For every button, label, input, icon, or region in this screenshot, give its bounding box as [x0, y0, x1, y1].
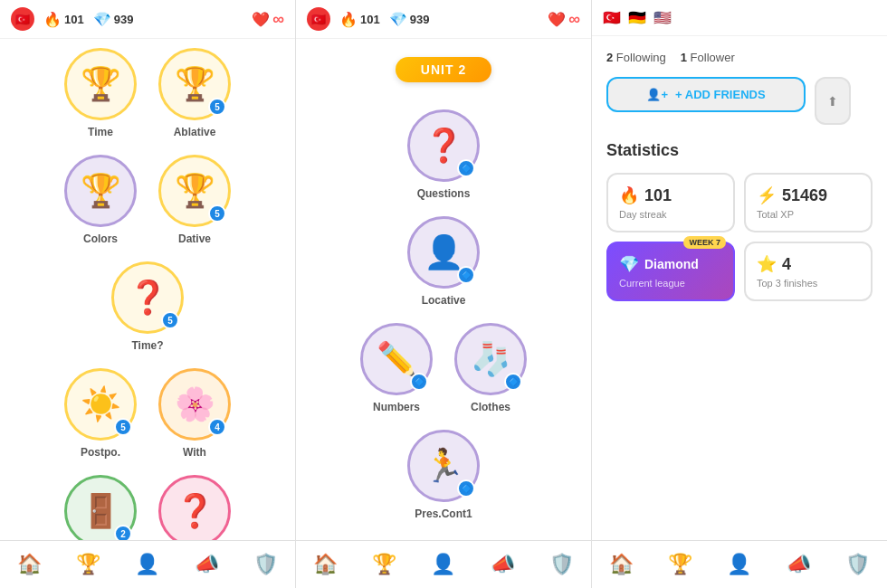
stats-title: Statistics [606, 141, 873, 160]
follow-row: 2 Following 1 Follower [606, 51, 873, 64]
profile-header: 🇹🇷 🇩🇪 🇺🇸 [592, 0, 887, 36]
lesson-clothes[interactable]: 🧦 🔷 Clothes [454, 323, 527, 413]
nav-home-3[interactable]: 🏠 [604, 548, 640, 581]
lesson-label-postpo: Postpo. [81, 446, 120, 459]
gems-value-1: 939 [114, 13, 134, 26]
nav-chat-1[interactable]: 📣 [188, 548, 224, 581]
lesson-circle-dative: 🏆 5 [158, 155, 231, 227]
gem-icon-1: 💎 [93, 11, 111, 28]
lesson-row-q2: ✏️ 🔷 Numbers 🧦 🔷 Clothes [310, 323, 577, 413]
lesson-circle-clothes: 🧦 🔷 [454, 323, 527, 395]
league-stat-sub: Current league [619, 278, 722, 289]
bottom-nav-1: 🏠 🏆 👤 📣 🛡️ [0, 540, 295, 588]
hearts-value-1: ∞ [272, 10, 284, 29]
stat-card-xp: ⚡ 51469 Total XP [744, 173, 873, 232]
nav-shield-3[interactable]: 🛡️ [839, 548, 875, 581]
badge-time2: 5 [161, 311, 179, 329]
lesson-circle-time: 🏆 [64, 48, 137, 120]
lesson-label-dative: Dative [178, 232, 211, 245]
streak-stat-value: 101 [644, 186, 672, 205]
xp-stat-value: 51469 [782, 186, 827, 205]
bolt-icon-stat: ⚡ [757, 185, 777, 205]
badge-clothes: 🔷 [504, 373, 522, 391]
lesson-dative[interactable]: 🏆 5 Dative [158, 155, 231, 245]
nav-home-1[interactable]: 🏠 [12, 548, 48, 581]
lesson-prescont1[interactable]: 🏃 🔷 Pres.Cont1 [407, 430, 480, 520]
nav-shield-2[interactable]: 🛡️ [543, 548, 579, 581]
lesson-row-4: 🚪 2 Conjunc. ❓ Ques - 2 [14, 475, 281, 540]
nav-user-1[interactable]: 👤 [129, 548, 166, 581]
header-left: 🇹🇷 🔥 101 💎 939 ❤️ ∞ [0, 0, 295, 39]
flag-de: 🇩🇪 [628, 9, 646, 26]
lesson-locative[interactable]: 👤 🔷 Locative [407, 216, 480, 307]
lesson-postpo[interactable]: ☀️ 5 Postpo. [64, 368, 137, 459]
stat-main-top3: ⭐ 4 [757, 254, 860, 274]
follower-count: 1 [681, 51, 687, 64]
lesson-ques2[interactable]: ❓ Ques - 2 [158, 475, 231, 540]
badge-conjunc: 2 [114, 525, 132, 540]
flag-turkey-2: 🇹🇷 [307, 7, 330, 31]
fire-icon-2: 🔥 [339, 11, 358, 28]
fire-icon-1: 🔥 [43, 11, 62, 28]
lesson-circle-time2: ❓ 5 [111, 261, 184, 334]
lesson-label-questions: Questions [417, 187, 471, 200]
nav-chat-2[interactable]: 📣 [484, 548, 520, 581]
lesson-questions[interactable]: ❓ 🔷 Questions [407, 109, 480, 200]
flag-turkey-1: 🇹🇷 [11, 7, 34, 31]
lesson-numbers[interactable]: ✏️ 🔷 Numbers [360, 323, 433, 413]
gems-value-2: 939 [410, 13, 430, 26]
top3-stat-value: 4 [782, 255, 791, 274]
stat-main-league: 💎 Diamond [619, 254, 722, 274]
lesson-time[interactable]: 🏆 Time [64, 48, 137, 138]
lesson-with[interactable]: 🌸 4 With [158, 368, 231, 459]
panel-middle: 🇹🇷 🔥 101 💎 939 ❤️ ∞ UNIT 2 ❓ 🔷 Questions [296, 0, 592, 588]
lessons-scroll-2: UNIT 2 ❓ 🔷 Questions 👤 🔷 Locative [296, 39, 591, 540]
lesson-label-locative: Locative [422, 294, 466, 307]
diamond-icon-stat: 💎 [619, 254, 639, 274]
hearts-value-2: ∞ [568, 10, 580, 29]
nav-trophy-2[interactable]: 🏆 [367, 548, 403, 581]
badge-numbers: 🔷 [410, 373, 428, 391]
lesson-circle-conjunc: 🚪 2 [64, 475, 137, 540]
stat-card-top3: ⭐ 4 Top 3 finishes [744, 242, 873, 301]
badge-ablative: 5 [208, 98, 226, 116]
nav-user-2[interactable]: 👤 [425, 548, 462, 581]
lesson-label-with: With [183, 446, 206, 459]
bottom-nav-3: 🏠 🏆 👤 📣 🛡️ [592, 540, 887, 588]
unit-banner: UNIT 2 [396, 57, 491, 82]
stat-card-league: WEEK 7 💎 Diamond Current league [606, 242, 735, 301]
badge-postpo: 5 [114, 418, 132, 436]
following-count: 2 [606, 51, 613, 64]
lesson-conjunc[interactable]: 🚪 2 Conjunc. [64, 475, 137, 540]
streak-stat-sub: Day streak [619, 209, 722, 220]
flag-tr: 🇹🇷 [603, 9, 621, 26]
lesson-ablative[interactable]: 🏆 5 Ablative [158, 48, 231, 138]
lesson-circle-questions: ❓ 🔷 [407, 109, 480, 182]
top3-stat-sub: Top 3 finishes [757, 278, 860, 289]
nav-home-2[interactable]: 🏠 [308, 548, 344, 581]
hearts-stat-1: ❤️ ∞ [252, 10, 284, 29]
streak-stat-2: 🔥 101 [339, 11, 380, 28]
heart-icon-2: ❤️ [548, 11, 566, 28]
share-button[interactable]: ⬆ [815, 77, 851, 125]
lesson-circle-with: 🌸 4 [158, 368, 231, 441]
lesson-circle-numbers: ✏️ 🔷 [360, 323, 433, 395]
profile-body: 2 Following 1 Follower 👤+ + ADD FRIENDS … [592, 36, 887, 540]
nav-trophy-1[interactable]: 🏆 [71, 548, 107, 581]
streak-stat-1: 🔥 101 [43, 11, 84, 28]
add-friends-button[interactable]: 👤+ + ADD FRIENDS [606, 77, 806, 112]
nav-user-3[interactable]: 👤 [721, 548, 758, 581]
nav-shield-1[interactable]: 🛡️ [247, 548, 283, 581]
badge-dative: 5 [208, 204, 226, 223]
lesson-row-0: 🏆 Time 🏆 5 Ablative [14, 48, 281, 138]
nav-trophy-3[interactable]: 🏆 [663, 548, 699, 581]
add-friends-icon: 👤+ [646, 88, 668, 101]
streak-value-2: 101 [360, 13, 380, 26]
lesson-colors[interactable]: 🏆 Colors [64, 155, 137, 245]
stat-main-streak: 🔥 101 [619, 185, 722, 205]
lesson-circle-colors: 🏆 [64, 155, 137, 227]
nav-chat-3[interactable]: 📣 [780, 548, 816, 581]
lesson-time2[interactable]: ❓ 5 Time? [111, 261, 184, 352]
hearts-stat-2: ❤️ ∞ [548, 10, 580, 29]
stats-grid: 🔥 101 Day streak ⚡ 51469 Total XP WEEK 7… [606, 173, 873, 301]
